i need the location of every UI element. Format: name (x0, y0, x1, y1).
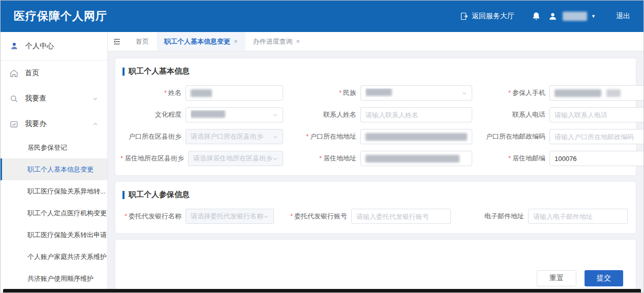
tab-home[interactable]: 首页 (128, 32, 157, 51)
education-select[interactable] (186, 107, 283, 122)
sidebar-item-home[interactable]: 首页 (1, 60, 107, 86)
field-ethnicity: 民族 (295, 85, 484, 101)
user-avatar-icon[interactable] (548, 12, 558, 21)
bank-name-select[interactable]: 请选择委托代发银行名称 (186, 209, 274, 224)
tab-label: 首页 (136, 37, 149, 46)
contact-name-input[interactable] (360, 107, 472, 122)
hukou-district-select[interactable]: 请选择户口所在区县街乡 (186, 129, 283, 144)
redacted-value (606, 89, 621, 97)
redacted-value (365, 155, 459, 162)
tab-close-icon[interactable]: × (296, 38, 300, 45)
app-window: 医疗保障个人网厅 返回服务大厅 (0, 0, 644, 293)
field-bank-name: 委托代发银行名称 请选择委托代发银行名称 (120, 209, 286, 224)
search-icon (10, 94, 18, 103)
sidebar-subitem-employee-basic-info-change[interactable]: 职工个人基本信息变更 (1, 158, 107, 180)
insure-info-card: 职工个人参保信息 委托代发银行名称 请选择委托代发银行名称 (115, 182, 636, 233)
sidebar-item-label: 个人中心 (25, 42, 54, 51)
menu-fold-icon[interactable] (113, 38, 121, 46)
contact-phone-input[interactable] (549, 107, 643, 122)
hukou-address-input[interactable] (360, 129, 472, 144)
actions-panel: 重置 提交 (115, 240, 636, 293)
exit-to-hall-icon (460, 12, 468, 20)
sidebar-item-query[interactable]: 我要查 (1, 86, 107, 111)
residence-address-input[interactable] (360, 151, 472, 166)
sidebar-subitem-designated-hospital-change[interactable]: 职工个人定点医疗机构变更 (1, 202, 107, 224)
field-residence-district: 居住地所在区县街乡 请选择居住地所在区县街乡 (120, 151, 295, 166)
submit-button[interactable]: 提交 (585, 270, 623, 286)
redacted-value (365, 133, 467, 141)
mobile-input[interactable] (549, 85, 643, 101)
tab-employee-basic-info-change[interactable]: 职工个人基本信息变更 × (157, 32, 246, 51)
residence-postcode-input[interactable] (549, 151, 643, 166)
sidebar-subitem-family-mutual-aid[interactable]: 个人账户家庭共济关系维护 (1, 246, 107, 268)
sidebar-subitem-insurance-transfer-out[interactable]: 职工医疗保险关系转出申请 (1, 224, 107, 246)
chevron-up-icon (93, 121, 98, 127)
field-residence-address: 居住地地址 (295, 151, 484, 166)
tab-label: 办件进度查询 (253, 37, 293, 46)
section-title: 职工个人参保信息 (122, 190, 631, 200)
notifications-bell-icon[interactable] (532, 12, 541, 21)
app-header: 医疗保障个人网厅 返回服务大厅 (1, 1, 643, 32)
chevron-down-icon (462, 90, 467, 96)
app-title: 医疗保障个人网厅 (14, 9, 107, 24)
field-hukou-address: 户口所在地地址 (295, 129, 484, 144)
sidebar-item-personal-center[interactable]: 个人中心 (1, 32, 107, 60)
folder-check-icon (10, 120, 18, 128)
tab-close-icon[interactable]: × (234, 38, 238, 45)
field-residence-postcode: 居住地邮编 (484, 151, 643, 166)
field-hukou-postcode: 户口所在地邮政编码 (484, 129, 643, 144)
sidebar-item-label: 我要查 (25, 94, 46, 103)
section-title-bar (122, 68, 125, 76)
chevron-down-icon (272, 112, 278, 118)
section-title: 职工个人基本信息 (122, 67, 631, 76)
field-hukou-district: 户口所在区县街乡 请选择户口所在区县街乡 (120, 129, 295, 144)
hukou-postcode-input[interactable] (549, 129, 643, 144)
section-title-bar (122, 191, 125, 199)
header-actions: 返回服务大厅 ▼ 退出 (460, 12, 630, 21)
return-hall-label: 返回服务大厅 (472, 12, 514, 21)
main-area: 首页 职工个人基本信息变更 × 办件进度查询 × 职工个人基本信息 (108, 32, 643, 293)
return-hall-link[interactable]: 返回服务大厅 (460, 12, 514, 21)
tab-progress-query[interactable]: 办件进度查询 × (246, 32, 308, 51)
chevron-down-icon (263, 214, 269, 219)
chevron-down-icon (272, 156, 278, 161)
field-bank-account: 委托代发银行账号 (286, 209, 463, 224)
field-mobile: 参保人手机 (484, 85, 643, 101)
tab-label: 职工个人基本信息变更 (164, 37, 230, 46)
residence-district-select[interactable]: 请选择居住地所在区县街乡 (188, 151, 283, 166)
page-content: 职工个人基本信息 姓名 民族 (108, 51, 643, 293)
field-name: 姓名 (120, 85, 295, 101)
tab-bar: 首页 职工个人基本信息变更 × 办件进度查询 × (108, 32, 643, 51)
basic-info-form: 姓名 民族 (120, 85, 631, 166)
sidebar-item-label: 首页 (25, 69, 39, 78)
field-contact-name: 联系人姓名 (295, 107, 484, 122)
form-actions: 重置 提交 (537, 270, 623, 286)
ethnicity-select[interactable] (360, 85, 472, 101)
name-input[interactable] (186, 85, 283, 101)
field-contact-phone: 联系人电话 (484, 107, 643, 122)
person-icon (10, 42, 19, 51)
sidebar: 个人中心 首页 我要查 (1, 32, 108, 293)
chevron-down-icon (272, 134, 278, 140)
sidebar-item-label: 我要办 (25, 119, 46, 128)
redacted-value (191, 89, 212, 97)
field-email: 电子邮件地址 (463, 209, 640, 224)
sidebar-subitem-mutual-account-order[interactable]: 共济账户使用顺序维护 (1, 268, 107, 289)
sidebar-subitem-resident-registration[interactable]: 居民参保登记 (1, 137, 107, 158)
insure-info-form: 委托代发银行名称 请选择委托代发银行名称 委托代发银行账号 (120, 209, 631, 224)
window-bottom-edge (3, 289, 641, 292)
redacted-value (365, 88, 392, 96)
sidebar-subitem-insurance-transfer-in[interactable]: 职工医疗保险关系异地转... (1, 180, 107, 202)
field-education: 文化程度 (120, 107, 295, 122)
redacted-value (555, 89, 601, 97)
sidebar-item-handle[interactable]: 我要办 (1, 111, 107, 137)
reset-button[interactable]: 重置 (537, 270, 576, 286)
bank-account-input[interactable] (351, 209, 451, 224)
basic-info-card: 职工个人基本信息 姓名 民族 (115, 58, 636, 175)
email-input[interactable] (528, 209, 628, 224)
user-menu-caret-icon[interactable]: ▼ (591, 14, 596, 19)
home-icon (10, 69, 18, 78)
username-redacted (563, 12, 587, 21)
logout-button[interactable]: 退出 (616, 12, 630, 21)
redacted-value (191, 110, 225, 118)
